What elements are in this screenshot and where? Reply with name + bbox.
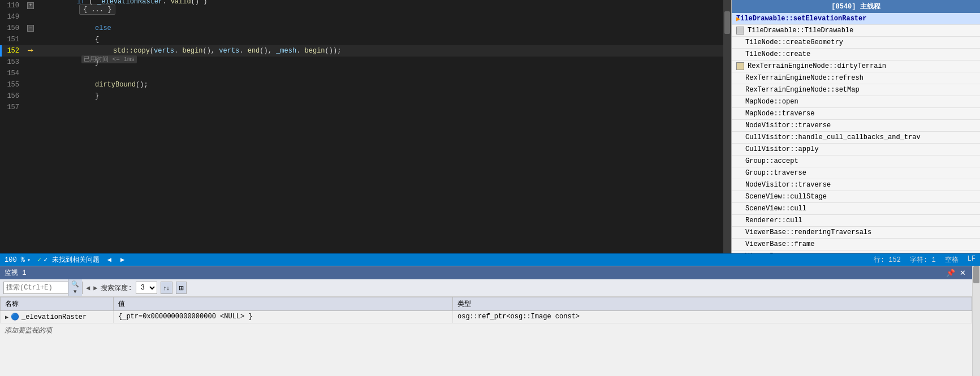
status-icon: ✓: [37, 256, 41, 264]
line-num-150: 150: [2, 24, 25, 32]
watch-scrollbar[interactable]: [972, 266, 980, 376]
line-num-151: 151: [2, 36, 25, 44]
callstack-item-label-18: ViewerBase::renderingTraversals: [745, 228, 871, 236]
callstack-frame2-icon-4: [736, 62, 744, 70]
callstack-item-4[interactable]: RexTerrainEngineNode::dirtyTerrain: [732, 60, 980, 72]
code-line-110: 110 + if ( _elevationRaster. valid() ) {…: [0, 0, 723, 11]
code-line-157: 157: [0, 102, 723, 113]
callstack-item-label-0: TileDrawable::setElevationRaster: [736, 15, 866, 23]
callstack-item-16[interactable]: SceneView::cull: [732, 203, 980, 215]
callstack-item-19[interactable]: ViewerBase::frame: [732, 239, 980, 250]
encoding-info: LF: [968, 255, 975, 265]
callstack-item-0[interactable]: TileDrawable::setElevationRaster: [732, 13, 980, 25]
code-lines: 110 + if ( _elevationRaster. valid() ) {…: [0, 0, 723, 253]
callstack-item-10[interactable]: CullVisitor::handle_cull_callbacks_and_t…: [732, 132, 980, 144]
status-right: 行: 152 字符: 1 空格 LF: [874, 255, 975, 265]
watch-search-input[interactable]: [4, 283, 68, 293]
line-num-155: 155: [2, 81, 25, 89]
col-value-header: 值: [114, 297, 453, 311]
callstack-item-label-16: SceneView::cull: [745, 205, 806, 213]
callstack-item-20[interactable]: ViewerBase::run: [732, 250, 980, 253]
line-info: 行: 152: [874, 255, 901, 265]
callstack-item-label-3: TileNode::create: [745, 50, 810, 58]
callstack-item-14[interactable]: NodeVisitor::traverse: [732, 179, 980, 191]
callstack-item-2[interactable]: TileNode::createGeometry: [732, 37, 980, 49]
callstack-item-label-1: TileDrawable::TileDrawable: [748, 27, 853, 34]
col-name-header: 名称: [1, 297, 114, 311]
callstack-item-6[interactable]: RexTerrainEngineNode::setMap: [732, 84, 980, 96]
code-scrollbar[interactable]: [723, 0, 731, 253]
code-line-156: 156 }: [0, 90, 723, 102]
callstack-item-11[interactable]: CullVisitor::apply: [732, 144, 980, 155]
watch-header-buttons[interactable]: 📌 ✕: [944, 269, 968, 277]
callstack-item-label-12: Group::accept: [745, 157, 798, 165]
expand-triangle-0[interactable]: ▶: [5, 314, 8, 321]
arrow-indicator-152: ⮕: [25, 47, 36, 55]
watch-search-button[interactable]: 🔍▾: [68, 279, 82, 296]
watch-row-0[interactable]: ▶ 🔵 _elevationRaster {_ptr=0x00000000000…: [1, 311, 972, 323]
watch-close-button[interactable]: ✕: [958, 269, 968, 277]
line-num-110: 110: [2, 2, 25, 10]
callstack-item-5[interactable]: RexTerrainEngineNode::refresh: [732, 72, 980, 84]
search-box: 🔍▾: [3, 282, 83, 294]
callstack-item-3[interactable]: TileNode::create: [732, 49, 980, 60]
search-depth-label: 搜索深度:: [101, 283, 132, 293]
zoom-level: 100 %: [5, 256, 25, 264]
callstack-panel: [8540] 主线程 TileDrawable::setElevationRas…: [731, 0, 980, 253]
callstack-header: [8540] 主线程: [732, 0, 980, 13]
watch-row-0-value: {_ptr=0x0000000000000000 <NULL> }: [114, 311, 453, 323]
status-bar: 100 % ▾ ✓ ✓ 未找到相关问题 ◀ ▶ 行: 152 字符: 1 空格 …: [0, 253, 980, 266]
callstack-item-18[interactable]: ViewerBase::renderingTraversals: [732, 227, 980, 239]
line-num-154: 154: [2, 70, 25, 77]
line-num-149: 149: [2, 13, 25, 21]
callstack-item-label-6: RexTerrainEngineNode::setMap: [745, 86, 860, 94]
expand-icon-110[interactable]: +: [25, 2, 36, 9]
watch-table: 名称 值 类型 ▶ 🔵 _elevationRaster: [0, 297, 972, 376]
callstack-item-12[interactable]: Group::accept: [732, 155, 980, 167]
watch-pin-button[interactable]: 📌: [944, 269, 957, 277]
watch-main: 监视 1 📌 ✕ 🔍▾ ◀ ▶ 搜索深度: 3 1 2: [0, 266, 972, 376]
watch-row-0-type: osg::ref_ptr<osg::Image const>: [453, 311, 972, 323]
callstack-item-label-10: CullVisitor::handle_cull_callbacks_and_t…: [745, 133, 921, 141]
expand-icon-150[interactable]: −: [25, 25, 36, 32]
callstack-item-label-11: CullVisitor::apply: [745, 145, 819, 153]
callstack-item-17[interactable]: Renderer::cull: [732, 215, 980, 227]
spaces-info: 空格: [945, 255, 959, 265]
watch-name-0: _elevationRaster: [21, 313, 87, 321]
callstack-item-9[interactable]: NodeVisitor::traverse: [732, 120, 980, 132]
line-num-156: 156: [2, 92, 25, 100]
callstack-item-label-2: TileNode::createGeometry: [745, 38, 843, 46]
nav-back-icon[interactable]: ◀: [86, 284, 90, 292]
watch-scrollbar-thumb[interactable]: [973, 266, 979, 283]
callstack-item-13[interactable]: Group::traverse: [732, 167, 980, 179]
status-text: ✓ 未找到相关问题: [44, 255, 99, 265]
nav-right-arrow[interactable]: ▶: [119, 256, 126, 264]
watch-title: 监视 1: [5, 268, 26, 278]
callstack-item-label-9: NodeVisitor::traverse: [745, 122, 831, 129]
line-num-153: 153: [2, 58, 25, 66]
watch-obj-icon-0: 🔵: [11, 313, 19, 321]
status-zoom[interactable]: 100 % ▾: [5, 256, 31, 264]
callstack-item-7[interactable]: MapNode::open: [732, 96, 980, 108]
callstack-item-8[interactable]: MapNode::traverse: [732, 108, 980, 120]
callstack-item-1[interactable]: TileDrawable::TileDrawable: [732, 25, 980, 37]
nav-left-arrow[interactable]: ◀: [106, 256, 113, 264]
callstack-item-label-20: ViewerBase::run: [745, 252, 806, 253]
watch-expand-button[interactable]: ⊞: [176, 282, 187, 294]
callstack-item-label-14: NodeVisitor::traverse: [745, 181, 831, 189]
search-depth-select[interactable]: 3 1 2 4 5: [136, 282, 157, 294]
watch-area: 监视 1 📌 ✕ 🔍▾ ◀ ▶ 搜索深度: 3 1 2: [0, 266, 980, 376]
callstack-frame-icon-1: [736, 27, 744, 34]
add-watch-row[interactable]: 添加要监视的项: [0, 323, 972, 338]
status-check: ✓ ✓ 未找到相关问题: [37, 255, 100, 265]
zoom-dropdown-icon[interactable]: ▾: [27, 257, 31, 263]
code-scrollbar-thumb[interactable]: [724, 11, 730, 34]
callstack-items[interactable]: TileDrawable::setElevationRasterTileDraw…: [732, 13, 980, 253]
callstack-item-15[interactable]: SceneView::cullStage: [732, 191, 980, 203]
watch-panel-header: 监视 1 📌 ✕: [0, 266, 972, 279]
callstack-item-label-13: Group::traverse: [745, 169, 806, 177]
watch-refresh-button[interactable]: ↑↓: [161, 282, 172, 294]
nav-fwd-icon[interactable]: ▶: [93, 284, 97, 292]
watch-toolbar: 🔍▾ ◀ ▶ 搜索深度: 3 1 2 4 5 ↑↓ ⊞: [0, 279, 972, 297]
watch-panel: 监视 1 📌 ✕ 🔍▾ ◀ ▶ 搜索深度: 3 1 2: [0, 266, 980, 376]
